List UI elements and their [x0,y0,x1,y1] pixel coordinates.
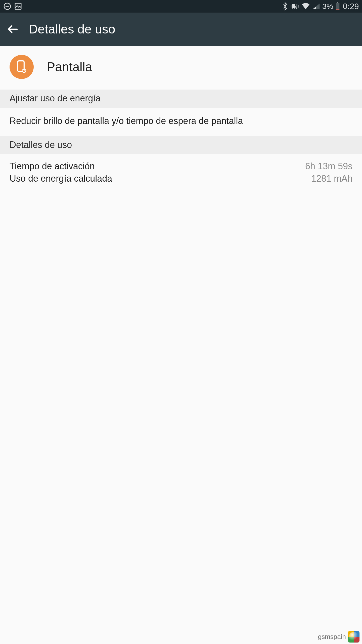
svg-rect-4 [337,2,338,3]
svg-line-16 [25,71,25,72]
status-bar: 3% 0:29 [0,0,362,13]
detail-row-computed-power: Uso de energía calculada 1281 mAh [10,173,352,185]
vibrate-mute-icon [290,2,299,11]
svg-rect-6 [336,9,339,10]
cellular-signal-icon [312,3,320,10]
adjust-item-primary: Reducir brillo de pantalla y/o tiempo de… [10,115,352,127]
adjust-item[interactable]: Reducir brillo de pantalla y/o tiempo de… [0,108,362,136]
content: Pantalla Ajustar uso de energía Reducir … [0,46,362,194]
watermark-logo-icon [348,631,359,642]
page-title: Detalles de uso [29,22,115,36]
status-time: 0:29 [343,2,359,11]
detail-label: Uso de energía calculada [10,173,112,185]
bluetooth-icon [282,2,288,11]
image-icon [14,2,22,10]
svg-rect-5 [336,3,339,10]
svg-line-15 [23,70,23,70]
section-header-adjust: Ajustar uso de energía [0,90,362,108]
detail-value: 1281 mAh [311,173,352,185]
details-list: Tiempo de activación 6h 13m 59s Uso de e… [0,154,362,194]
app-bar: Detalles de uso [0,13,362,46]
detail-row-time-on: Tiempo de activación 6h 13m 59s [10,160,352,173]
status-left [3,2,22,11]
header-row: Pantalla [0,46,362,90]
header-title: Pantalla [47,60,92,74]
section-header-details: Detalles de uso [0,136,362,154]
watermark-text: gsmspain [318,633,346,641]
battery-low-icon [335,2,340,10]
detail-label: Tiempo de activación [10,160,95,173]
battery-percentage: 3% [322,2,333,11]
svg-line-18 [25,70,25,70]
svg-line-17 [23,71,23,72]
detail-value: 6h 13m 59s [305,160,352,173]
status-right: 3% 0:29 [282,2,359,11]
watermark: gsmspain [318,631,359,642]
wifi-icon [301,3,310,10]
screen-app-icon [10,55,34,79]
back-button[interactable] [7,23,19,35]
do-not-disturb-icon [3,2,12,11]
